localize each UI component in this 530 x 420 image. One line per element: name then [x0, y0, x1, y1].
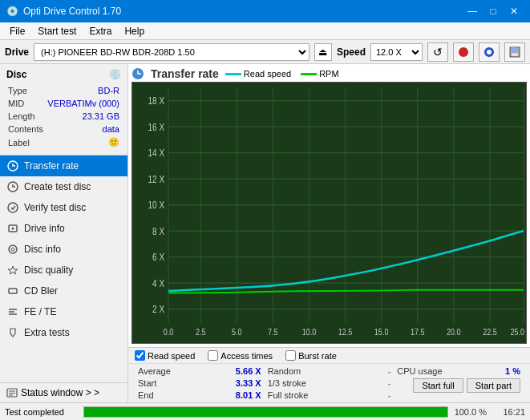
action-btn-2[interactable] [479, 42, 500, 62]
drive-select[interactable]: (H:) PIONEER BD-RW BDR-208D 1.50 [34, 43, 310, 61]
chart-title: Transfer rate [151, 67, 219, 80]
disc-info-panel: Disc 💿 Type BD-R MID VERBATIMv (000) Len… [0, 64, 127, 155]
title-bar-controls: — □ ✕ [463, 3, 524, 19]
svg-text:16 X: 16 X [148, 122, 164, 132]
random-value: - [358, 366, 390, 376]
stroke1-label: 1/3 stroke [268, 378, 306, 388]
stat-buttons: Start full Start part [394, 378, 524, 394]
chart-header: Transfer rate Read speed RPM [131, 67, 527, 80]
progress-time: 16:21 [493, 407, 525, 417]
svg-rect-19 [132, 83, 526, 343]
sidebar: Disc 💿 Type BD-R MID VERBATIMv (000) Len… [0, 64, 128, 402]
nav-disc-quality-label: Disc quality [24, 265, 73, 276]
save-button[interactable] [504, 42, 525, 62]
progress-area: Test completed 100.0 % 16:21 [0, 402, 530, 420]
nav-transfer-rate-label: Transfer rate [24, 160, 79, 172]
extra-tests-icon [6, 326, 19, 339]
svg-text:17.5: 17.5 [411, 327, 425, 337]
svg-text:22.5: 22.5 [483, 327, 497, 337]
disc-quality-icon [6, 264, 19, 277]
eject-button[interactable]: ⏏ [314, 43, 332, 61]
burst-rate-input[interactable] [285, 350, 296, 361]
speed-select[interactable]: 12.0 X 4.0 X 6.0 X 8.0 X [370, 43, 423, 61]
stat-end: End 8.01 X [135, 390, 265, 401]
status-window-icon [6, 387, 18, 398]
start-full-button[interactable]: Start full [413, 378, 463, 393]
refresh-button[interactable]: ↺ [427, 42, 448, 62]
legend-rpm: RPM [301, 69, 338, 79]
nav-fe-te[interactable]: FE / TE [0, 301, 127, 322]
menu-extra[interactable]: Extra [83, 24, 118, 38]
svg-text:18 X: 18 X [148, 95, 164, 106]
stat-group-col1: Average 5.66 X Start 3.33 X End 8.01 X [135, 365, 265, 401]
stat-stroke1: 1/3 stroke - [265, 378, 394, 389]
close-button[interactable]: ✕ [504, 3, 524, 19]
menu-help[interactable]: Help [118, 24, 151, 38]
read-speed-checkbox-label: Read speed [148, 351, 195, 361]
access-times-input[interactable] [208, 350, 218, 361]
average-label: Average [138, 366, 171, 376]
drive-label: Drive [5, 46, 29, 58]
menu-file[interactable]: File [3, 24, 31, 38]
access-times-checkbox[interactable]: Access times [208, 350, 273, 361]
svg-text:8 X: 8 X [152, 226, 164, 236]
start-part-button[interactable]: Start part [467, 378, 520, 393]
type-value: BD-R [46, 85, 119, 96]
svg-text:6 X: 6 X [152, 252, 164, 262]
svg-rect-5 [512, 53, 518, 56]
action-btn-1[interactable] [453, 42, 474, 62]
drive-bar: Drive (H:) PIONEER BD-RW BDR-208D 1.50 ⏏… [0, 40, 530, 64]
read-speed-input[interactable] [135, 350, 145, 361]
type-label: Type [8, 85, 44, 96]
svg-text:12 X: 12 X [148, 174, 164, 184]
disc-info-header: Disc 💿 [6, 69, 121, 80]
checkbox-row: Read speed Access times Burst rate [128, 348, 530, 363]
nav-disc-quality[interactable]: Disc quality [0, 260, 127, 281]
svg-point-11 [9, 245, 17, 253]
svg-text:7.5: 7.5 [268, 327, 278, 337]
nav-extra-tests[interactable]: Extra tests [0, 322, 127, 343]
contents-value: data [46, 123, 119, 135]
stat-average: Average 5.66 X [135, 365, 265, 377]
end-label: End [138, 390, 154, 400]
progress-bar-fill [84, 407, 447, 417]
nav-verify-test-disc[interactable]: Verify test disc [0, 197, 127, 218]
svg-text:2 X: 2 X [152, 304, 164, 314]
speed-label: Speed [337, 46, 366, 58]
create-test-disc-icon [6, 180, 19, 193]
nav-cd-bler[interactable]: CD Bler [0, 281, 127, 301]
disc-contents-row: Contents data [8, 123, 119, 135]
nav-verify-test-disc-label: Verify test disc [24, 202, 86, 213]
disc-length-row: Length 23.31 GB [8, 111, 119, 122]
nav-drive-info[interactable]: Drive info [0, 218, 127, 239]
svg-text:0.0: 0.0 [164, 327, 174, 337]
minimize-button[interactable]: — [463, 3, 482, 19]
svg-text:10.0: 10.0 [302, 327, 317, 337]
svg-point-2 [487, 50, 492, 55]
cpu-value: 1 % [488, 366, 520, 376]
stat-group-col2: Random - 1/3 stroke - Full stroke - [265, 365, 394, 401]
burst-rate-checkbox[interactable]: Burst rate [285, 350, 337, 361]
svg-text:25.0 GB: 25.0 GB [510, 327, 526, 337]
disc-mid-row: MID VERBATIMv (000) [8, 98, 119, 109]
chart-legend: Read speed RPM [225, 69, 339, 79]
read-speed-checkbox[interactable]: Read speed [135, 350, 195, 361]
menu-start-test[interactable]: Start test [31, 24, 83, 38]
stat-random: Random - [265, 365, 394, 377]
svg-point-12 [11, 248, 14, 251]
nav-drive-info-label: Drive info [24, 223, 65, 234]
bottom-section: Read speed Access times Burst rate Avera… [128, 347, 530, 402]
maximize-button[interactable]: □ [483, 3, 503, 19]
nav-cd-bler-label: CD Bler [24, 285, 58, 297]
title-bar-title: 💿 Opti Drive Control 1.70 [6, 6, 121, 17]
status-window-button[interactable]: Status window > > [0, 382, 127, 402]
average-value: 5.66 X [229, 366, 261, 376]
legend-read-speed-color [225, 73, 241, 75]
length-label: Length [8, 111, 44, 122]
disc-icon: 💿 [109, 69, 121, 80]
legend-read-speed: Read speed [225, 69, 291, 79]
app-icon: 💿 [6, 6, 18, 17]
nav-create-test-disc[interactable]: Create test disc [0, 176, 127, 197]
nav-disc-info[interactable]: Disc info [0, 239, 127, 260]
nav-transfer-rate[interactable]: Transfer rate [0, 155, 127, 176]
